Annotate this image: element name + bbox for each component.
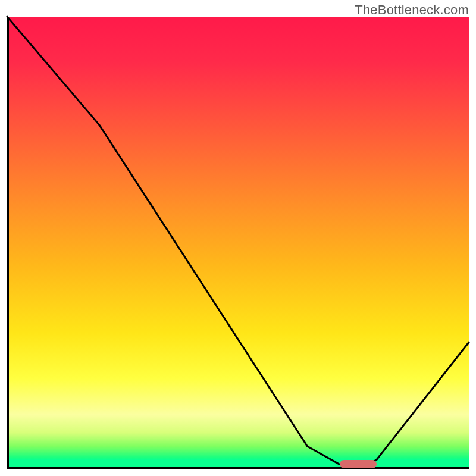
bottleneck-curve bbox=[7, 17, 469, 469]
optimal-range-marker bbox=[340, 460, 377, 468]
watermark-text: TheBottleneck.com bbox=[355, 2, 469, 18]
